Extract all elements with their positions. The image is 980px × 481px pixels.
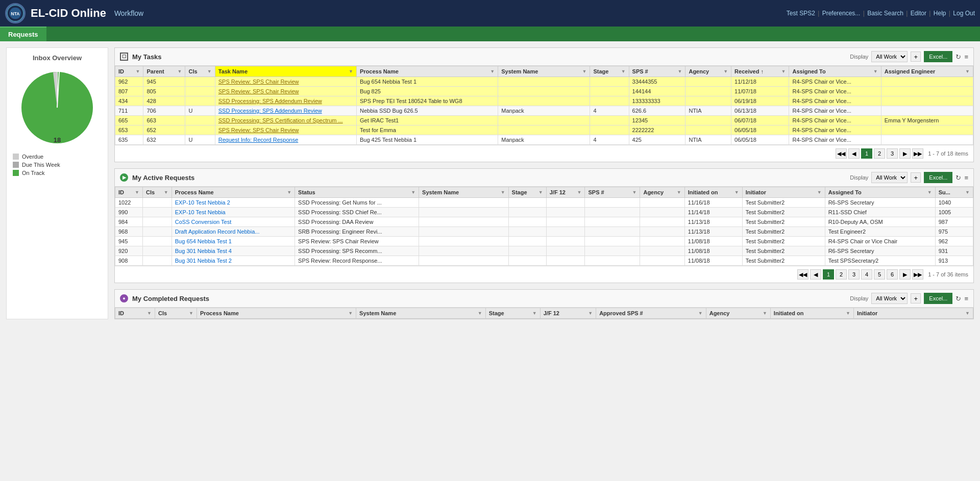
th-engineer[interactable]: Assigned Engineer ▼	[881, 66, 973, 77]
tasks-first-page[interactable]: ◀◀	[836, 148, 847, 159]
cell-process[interactable]: Draft Application Record Nebbia...	[172, 227, 295, 237]
cell-task[interactable]: SSD Processing: SPS Certification of Spe…	[215, 116, 356, 125]
cth-jf12[interactable]: J/F 12 ▼	[540, 308, 596, 319]
active-page-4[interactable]: 4	[861, 269, 872, 280]
active-display-select[interactable]: All Work	[871, 172, 908, 183]
th-id[interactable]: ID ▼	[115, 66, 143, 77]
user-link[interactable]: Test SPS2	[787, 10, 815, 17]
ath-agency[interactable]: Agency ▼	[640, 187, 684, 198]
cell-cls	[185, 96, 215, 106]
cth-system[interactable]: System Name ▼	[356, 308, 486, 319]
th-parent[interactable]: Parent ▼	[143, 66, 185, 77]
cth-process[interactable]: Process Name ▼	[197, 308, 356, 319]
th-sps[interactable]: SPS # ▼	[629, 66, 685, 77]
th-task[interactable]: Task Name ▼	[215, 66, 356, 77]
tasks-page-2[interactable]: 2	[874, 148, 885, 159]
ath-stage[interactable]: Stage ▼	[508, 187, 546, 198]
completed-refresh-button[interactable]: ↻	[955, 295, 961, 302]
logout-link[interactable]: Log Out	[953, 10, 975, 17]
cth-approved-sps[interactable]: Approved SPS # ▼	[596, 308, 706, 319]
cell-process[interactable]: EXP-10 Test Nebbia	[172, 208, 295, 217]
active-refresh-button[interactable]: ↻	[955, 174, 961, 182]
cell-process[interactable]: EXP-10 Test Nebbia 2	[172, 198, 295, 208]
th-stage[interactable]: Stage ▼	[590, 66, 629, 77]
cell-task[interactable]: SSD Processing: SPS Addendum Review	[215, 96, 356, 106]
th-assigned[interactable]: Assigned To ▼	[789, 66, 881, 77]
cell-process[interactable]: CoSS Conversion Test	[172, 217, 295, 227]
cell-id: 665	[115, 116, 143, 125]
tasks-add-button[interactable]: +	[911, 52, 921, 62]
cell-stage	[590, 96, 629, 106]
completed-display-select[interactable]: All Work	[871, 293, 908, 304]
cell-process[interactable]: Bug 301 Nebbia Test 4	[172, 246, 295, 256]
active-page-2[interactable]: 2	[836, 269, 847, 280]
completed-excel-button[interactable]: Excel...	[924, 293, 952, 304]
active-page-6[interactable]: 6	[887, 269, 898, 280]
cell-task[interactable]: SPS Review: SPS Chair Review	[215, 125, 356, 135]
cth-initiated[interactable]: Initiated on ▼	[770, 308, 853, 319]
ath-initiator[interactable]: Initiator ▼	[742, 187, 825, 198]
tasks-page-3[interactable]: 3	[887, 148, 898, 159]
tasks-refresh-button[interactable]: ↻	[955, 53, 961, 61]
tasks-next-page[interactable]: ▶	[899, 148, 911, 159]
active-add-button[interactable]: +	[911, 172, 921, 183]
ath-sps[interactable]: SPS # ▼	[585, 187, 640, 198]
basic-search-link[interactable]: Basic Search	[867, 10, 903, 17]
cell-task[interactable]: SPS Review: SPS Chair Review	[215, 87, 356, 96]
ath-initiated[interactable]: Initiated on ▼	[684, 187, 742, 198]
ath-assigned[interactable]: Assigned To ▼	[825, 187, 935, 198]
cth-initiator[interactable]: Initiator ▼	[853, 308, 973, 319]
active-page-5[interactable]: 5	[874, 269, 885, 280]
cth-cls[interactable]: Cls ▼	[155, 308, 197, 319]
cell-task[interactable]: SSD Processing: SPS Addendum Review	[215, 106, 356, 116]
th-agency[interactable]: Agency ▼	[685, 66, 731, 77]
th-received[interactable]: Received ↑ ▼	[731, 66, 789, 77]
cell-id: 653	[115, 125, 143, 135]
ath-id[interactable]: ID ▼	[115, 187, 143, 198]
nav-tab-requests[interactable]: Requests	[0, 27, 46, 41]
active-next-page[interactable]: ▶	[899, 269, 911, 280]
active-last-page[interactable]: ▶▶	[912, 269, 923, 280]
help-link[interactable]: Help	[934, 10, 946, 17]
editor-link[interactable]: Editor	[911, 10, 926, 17]
active-excel-button[interactable]: Excel...	[924, 172, 952, 183]
ath-process[interactable]: Process Name ▼	[172, 187, 295, 198]
active-header-row: ID ▼ Cls ▼ Process Name ▼ Status ▼ Syste…	[115, 187, 973, 198]
cell-id: 945	[115, 237, 143, 246]
cell-sps: 133333333	[629, 96, 685, 106]
tasks-display-select[interactable]: All Work	[871, 51, 908, 62]
completed-menu-button[interactable]: ≡	[964, 295, 968, 302]
tasks-prev-page[interactable]: ◀	[848, 148, 860, 159]
ath-system[interactable]: System Name ▼	[419, 187, 509, 198]
cth-agency[interactable]: Agency ▼	[706, 308, 770, 319]
ath-status[interactable]: Status ▼	[295, 187, 419, 198]
active-menu-button[interactable]: ≡	[964, 174, 968, 182]
preferences-link[interactable]: Preferences...	[822, 10, 861, 17]
active-page-3[interactable]: 3	[848, 269, 860, 280]
ath-su[interactable]: Su... ▼	[935, 187, 973, 198]
cell-sps	[585, 237, 640, 246]
tasks-menu-button[interactable]: ≡	[964, 53, 968, 61]
cell-stage	[508, 198, 546, 208]
ath-cls[interactable]: Cls ▼	[143, 187, 172, 198]
cth-id[interactable]: ID ▼	[115, 308, 155, 319]
cell-task[interactable]: SPS Review: SPS Chair Review	[215, 77, 356, 87]
ath-jf12[interactable]: J/F 12 ▼	[546, 187, 585, 198]
cell-cls	[143, 217, 172, 227]
cell-sps	[585, 217, 640, 227]
th-process[interactable]: Process Name ▼	[356, 66, 498, 77]
cth-stage[interactable]: Stage ▼	[485, 308, 540, 319]
th-system[interactable]: System Name ▼	[498, 66, 590, 77]
cell-process[interactable]: Bug 654 Nebbia Test 1	[172, 237, 295, 246]
completed-add-button[interactable]: +	[911, 293, 921, 303]
cell-process[interactable]: Bug 301 Nebbia Test 2	[172, 256, 295, 266]
active-page-1[interactable]: 1	[823, 269, 834, 280]
active-prev-page[interactable]: ◀	[810, 269, 821, 280]
cell-id: 962	[115, 77, 143, 87]
cell-task[interactable]: Request Info: Record Response	[215, 135, 356, 145]
tasks-last-page[interactable]: ▶▶	[912, 148, 923, 159]
th-cls[interactable]: Cls ▼	[185, 66, 215, 77]
active-first-page[interactable]: ◀◀	[797, 269, 808, 280]
tasks-excel-button[interactable]: Excel...	[924, 51, 952, 62]
tasks-page-1[interactable]: 1	[861, 148, 872, 159]
